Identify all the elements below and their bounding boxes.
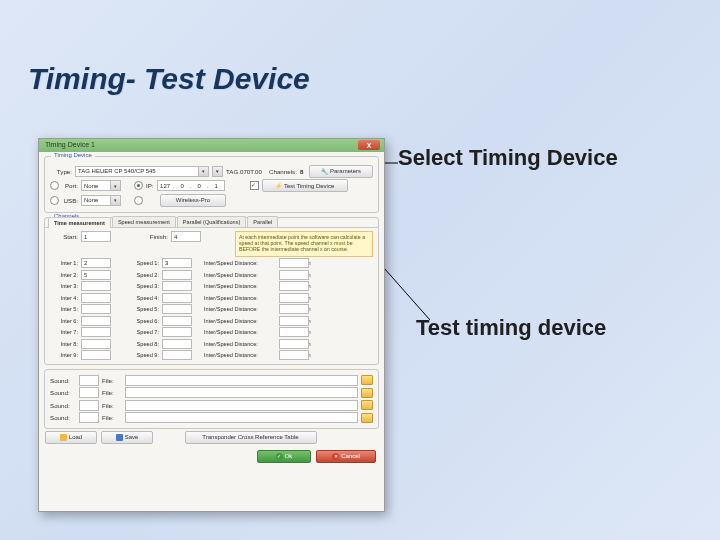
file-label: File: (102, 414, 122, 421)
sound-label: Sound: (50, 414, 76, 421)
browse-button[interactable] (361, 413, 373, 423)
dist-label: Inter/Speed Distance: (204, 283, 276, 289)
cancel-button[interactable]: ✕Cancel (316, 450, 376, 463)
history-dropdown[interactable]: ▾ (212, 166, 223, 177)
test-checkbox[interactable] (250, 181, 259, 190)
inter-label: Inter 2: (50, 272, 78, 278)
parameters-button[interactable]: 🔧Parameters (309, 165, 373, 178)
file-field[interactable] (125, 400, 358, 411)
dist-field[interactable] (279, 281, 309, 291)
speed-field[interactable] (162, 270, 192, 280)
sound-field[interactable] (79, 412, 99, 423)
save-icon (116, 434, 123, 441)
speed-field[interactable] (162, 350, 192, 360)
inter-field[interactable]: 5 (81, 270, 111, 280)
inter-field[interactable] (81, 304, 111, 314)
ok-button[interactable]: ✓Ok (257, 450, 311, 463)
dist-field[interactable] (279, 270, 309, 280)
inter-label: Inter 5: (50, 306, 78, 312)
wireless-radio[interactable] (134, 196, 143, 205)
browse-button[interactable] (361, 388, 373, 398)
inter-field[interactable] (81, 327, 111, 337)
port-radio[interactable] (50, 181, 59, 190)
wireless-pro-button[interactable]: Wireless-Pro (160, 194, 226, 207)
bottom-toolbar: Load Save Transponder Cross Reference Ta… (45, 431, 378, 444)
port-label: Port: (62, 182, 78, 189)
file-field[interactable] (125, 375, 358, 386)
close-button[interactable]: X (358, 140, 380, 150)
speed-field[interactable] (162, 293, 192, 303)
tab-speed-measurement[interactable]: Speed measurement (112, 216, 176, 227)
dist-field[interactable] (279, 316, 309, 326)
dist-label: Inter/Speed Distance: (204, 318, 276, 324)
dist-field[interactable] (279, 350, 309, 360)
sound-field[interactable] (79, 400, 99, 411)
wrench-icon: 🔧 (321, 168, 328, 175)
usb-radio[interactable] (50, 196, 59, 205)
dist-label: Inter/Speed Distance: (204, 306, 276, 312)
sound-field[interactable] (79, 375, 99, 386)
ip-field[interactable]: 127.0.0.1 (157, 180, 225, 191)
speed-field[interactable] (162, 304, 192, 314)
sound-label: Sound: (50, 377, 76, 384)
tab-time-measurement[interactable]: Time measurement (48, 217, 111, 228)
tab-parallel[interactable]: Parallel (247, 216, 278, 227)
inter-field[interactable] (81, 316, 111, 326)
speed-field[interactable] (162, 281, 192, 291)
port-combo[interactable]: None▾ (81, 180, 121, 191)
file-field[interactable] (125, 387, 358, 398)
inter-label: Inter 6: (50, 318, 78, 324)
save-button[interactable]: Save (101, 431, 153, 444)
dist-label: Inter/Speed Distance: (204, 352, 276, 358)
ip-radio[interactable] (134, 181, 143, 190)
browse-button[interactable] (361, 375, 373, 385)
finish-field[interactable]: 4 (171, 231, 201, 242)
speed-label: Speed 3: (131, 283, 159, 289)
inter-field[interactable] (81, 281, 111, 291)
x-icon: ✕ (332, 453, 339, 460)
speed-label: Speed 7: (131, 329, 159, 335)
file-field[interactable] (125, 412, 358, 423)
type-label: Type: (50, 168, 72, 175)
dist-label: Inter/Speed Distance: (204, 295, 276, 301)
start-field[interactable]: 1 (81, 231, 111, 242)
inter-field[interactable]: 2 (81, 258, 111, 268)
dist-field[interactable] (279, 327, 309, 337)
speed-field[interactable] (162, 339, 192, 349)
titlebar[interactable]: Timing Device 1 X (39, 139, 384, 152)
dist-field[interactable] (279, 258, 309, 268)
dist-field[interactable] (279, 339, 309, 349)
usb-label: USB: (62, 197, 78, 204)
sound-label: Sound: (50, 389, 76, 396)
timing-device-group: Timing Device Type: TAG HEUER CP 540/CP … (44, 156, 379, 213)
tab-parallel-qual[interactable]: Parallel (Qualifications) (177, 216, 247, 227)
speed-label: Speed 6: (131, 318, 159, 324)
annotation-test: Test timing device (416, 315, 606, 341)
check-icon: ✓ (276, 453, 283, 460)
sound-row: Sound:File: (50, 387, 373, 398)
xref-button[interactable]: Transponder Cross Reference Table (185, 431, 317, 444)
speed-label: Speed 1: (131, 260, 159, 266)
load-button[interactable]: Load (45, 431, 97, 444)
annotation-select: Select Timing Device (398, 145, 618, 171)
type-combo[interactable]: TAG HEUER CP 540/CP 545▾ (75, 166, 209, 177)
chevron-down-icon: ▾ (198, 167, 208, 176)
test-timing-device-button[interactable]: ⚡Test Timing Device (262, 179, 348, 192)
finish-label: Finish: (132, 233, 168, 240)
close-icon: X (367, 142, 372, 149)
dist-field[interactable] (279, 304, 309, 314)
inter-field[interactable] (81, 293, 111, 303)
inter-label: Inter 9: (50, 352, 78, 358)
usb-combo[interactable]: None▾ (81, 195, 121, 206)
sound-row: Sound:File: (50, 400, 373, 411)
speed-field[interactable] (162, 327, 192, 337)
inter-field[interactable] (81, 350, 111, 360)
dist-field[interactable] (279, 293, 309, 303)
group-label-timing: Timing Device (51, 152, 95, 158)
folder-open-icon (60, 434, 67, 441)
speed-field[interactable]: 3 (162, 258, 192, 268)
sound-field[interactable] (79, 387, 99, 398)
inter-field[interactable] (81, 339, 111, 349)
browse-button[interactable] (361, 400, 373, 410)
speed-field[interactable] (162, 316, 192, 326)
